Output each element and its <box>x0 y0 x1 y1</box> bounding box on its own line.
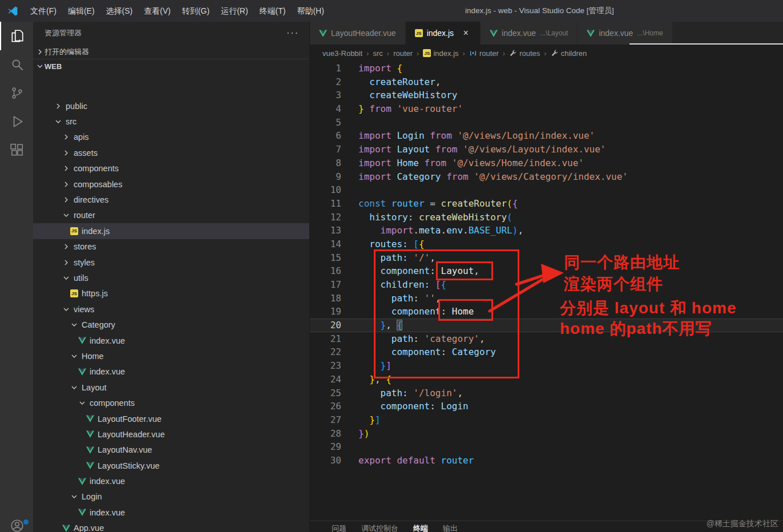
tab-LayoutHeader.vue[interactable]: LayoutHeader.vue <box>310 22 406 45</box>
account-icon[interactable] <box>0 511 33 532</box>
tree-item-directives[interactable]: directives <box>33 192 309 207</box>
tree-item-index.vue[interactable]: index.vue <box>33 473 309 489</box>
code-line-29[interactable]: 29 <box>310 440 783 454</box>
line-number[interactable]: 3 <box>310 88 341 102</box>
code-line-30[interactable]: 30export default router <box>310 454 783 467</box>
line-number[interactable]: 2 <box>310 75 341 89</box>
code-line-26[interactable]: 26 component: Login <box>310 400 783 413</box>
line-number[interactable]: 16 <box>310 264 341 278</box>
menu-item[interactable]: 查看(V) <box>138 0 176 22</box>
breadcrumb-router[interactable]: router <box>393 49 413 58</box>
line-number[interactable]: 18 <box>310 292 341 305</box>
explorer-icon[interactable] <box>0 22 33 50</box>
line-number[interactable]: 7 <box>310 143 341 156</box>
line-number[interactable]: 25 <box>310 386 341 400</box>
code-line-27[interactable]: 27 }] <box>310 413 783 427</box>
tree-item-LayoutSticky.vue[interactable]: LayoutSticky.vue <box>33 458 309 473</box>
tab-index.js[interactable]: JSindex.js× <box>406 22 481 45</box>
tree-item-composables[interactable]: composables <box>33 176 309 192</box>
menu-item[interactable]: 帮助(H) <box>291 0 329 22</box>
code-line-22[interactable]: 22 component: Category <box>310 345 783 359</box>
line-number[interactable]: 29 <box>310 440 341 454</box>
code-line-15[interactable]: 15 path: '/', <box>310 251 783 265</box>
code-line-7[interactable]: 7import Layout from '@/views/Layout/inde… <box>310 143 783 156</box>
line-number[interactable]: 30 <box>310 454 341 467</box>
line-number[interactable]: 5 <box>310 116 341 130</box>
code-line-5[interactable]: 5 <box>310 116 783 130</box>
tree-item-index.vue[interactable]: index.vue <box>33 364 309 380</box>
menu-item[interactable]: 编辑(E) <box>62 0 100 22</box>
breadcrumb-src[interactable]: src <box>373 49 382 58</box>
line-number[interactable]: 12 <box>310 211 341 224</box>
code-line-2[interactable]: 2 createRouter, <box>310 75 783 89</box>
line-number[interactable]: 4 <box>310 102 341 116</box>
tab-index.vue[interactable]: index.vue...\Layout <box>481 22 578 45</box>
line-number[interactable]: 26 <box>310 400 341 413</box>
code-line-16[interactable]: 16 component: Layout, <box>310 264 783 278</box>
code-line-24[interactable]: 24 }, { <box>310 373 783 386</box>
code-line-6[interactable]: 6import Login from '@/views/Login/index.… <box>310 129 783 143</box>
line-number[interactable]: 9 <box>310 170 341 184</box>
line-number[interactable]: 1 <box>310 62 341 75</box>
open-editors-section[interactable]: 打开的编辑器 <box>33 45 309 59</box>
tree-item-views[interactable]: views <box>33 301 309 317</box>
tree-item-public[interactable]: public <box>33 98 309 114</box>
tree-item-index.vue[interactable]: index.vue <box>33 333 309 348</box>
tree-item-index.js[interactable]: JSindex.js <box>33 223 309 239</box>
menu-item[interactable]: 选择(S) <box>100 0 139 22</box>
line-number[interactable]: 28 <box>310 427 341 441</box>
line-number[interactable]: 21 <box>310 332 341 346</box>
tree-item-utils[interactable]: utils <box>33 270 309 285</box>
close-icon[interactable]: × <box>461 28 471 38</box>
tree-item-LayoutFooter.vue[interactable]: LayoutFooter.vue <box>33 411 309 426</box>
run-debug-icon[interactable] <box>0 107 33 136</box>
line-number[interactable]: 13 <box>310 224 341 237</box>
code-line-4[interactable]: 4} from 'vue-router' <box>310 102 783 116</box>
code-line-8[interactable]: 8import Home from '@/views/Home/index.vu… <box>310 156 783 170</box>
line-number[interactable]: 23 <box>310 359 341 373</box>
menu-item[interactable]: 转到(G) <box>176 0 215 22</box>
code-line-19[interactable]: 19 component: Home <box>310 305 783 319</box>
tree-item-assets[interactable]: assets <box>33 145 309 160</box>
tree-item-router[interactable]: router <box>33 208 309 223</box>
panel-tab-调试控制台[interactable]: 调试控制台 <box>354 523 406 532</box>
tree-item-src[interactable]: src <box>33 114 309 129</box>
tree-item-stores[interactable]: stores <box>33 239 309 255</box>
code-line-21[interactable]: 21 path: 'category', <box>310 332 783 346</box>
line-number[interactable]: 22 <box>310 345 341 359</box>
source-control-icon[interactable] <box>0 79 33 107</box>
code-line-1[interactable]: 1import { <box>310 62 783 75</box>
panel-tab-终端[interactable]: 终端 <box>406 523 435 532</box>
tree-item-Category[interactable]: Category <box>33 317 309 332</box>
breadcrumb-routes[interactable]: routes <box>509 49 540 58</box>
tree-item-Layout[interactable]: Layout <box>33 380 309 395</box>
menu-item[interactable]: 终端(T) <box>254 0 292 22</box>
panel-tab-问题[interactable]: 问题 <box>324 523 354 532</box>
code-line-14[interactable]: 14 routes: [{ <box>310 237 783 251</box>
breadcrumb-children[interactable]: children <box>551 49 587 58</box>
extensions-icon[interactable] <box>0 136 33 164</box>
code-line-20[interactable]: 20 }, { <box>310 319 783 332</box>
tab-index.vue[interactable]: index.vue...\Home <box>578 22 672 45</box>
line-number[interactable]: 27 <box>310 413 341 427</box>
line-number[interactable]: 17 <box>310 278 341 292</box>
code-line-25[interactable]: 25 path: '/login', <box>310 386 783 400</box>
code-line-10[interactable]: 10 <box>310 183 783 197</box>
line-number[interactable]: 11 <box>310 197 341 211</box>
code-line-28[interactable]: 28}) <box>310 427 783 441</box>
tree-item-https.js[interactable]: JShttps.js <box>33 286 309 301</box>
code-line-9[interactable]: 9import Category from '@/views/Category/… <box>310 170 783 184</box>
tree-item-App.vue[interactable]: App.vue <box>33 521 309 532</box>
line-number[interactable]: 19 <box>310 305 341 319</box>
breadcrumb-vue3-Robbit[interactable]: vue3-Robbit <box>322 49 362 58</box>
tree-item-styles[interactable]: styles <box>33 255 309 270</box>
line-number[interactable]: 20 <box>310 319 341 332</box>
workspace-section[interactable]: WEB <box>33 59 309 73</box>
tree-item-components[interactable]: components <box>33 161 309 176</box>
line-number[interactable]: 24 <box>310 373 341 386</box>
tree-item-components[interactable]: components <box>33 395 309 410</box>
tree-item-index.vue[interactable]: index.vue <box>33 505 309 520</box>
line-number[interactable]: 10 <box>310 183 341 197</box>
code-line-13[interactable]: 13 import.meta.env.BASE_URL), <box>310 224 783 237</box>
code-line-17[interactable]: 17 children: [{ <box>310 278 783 292</box>
